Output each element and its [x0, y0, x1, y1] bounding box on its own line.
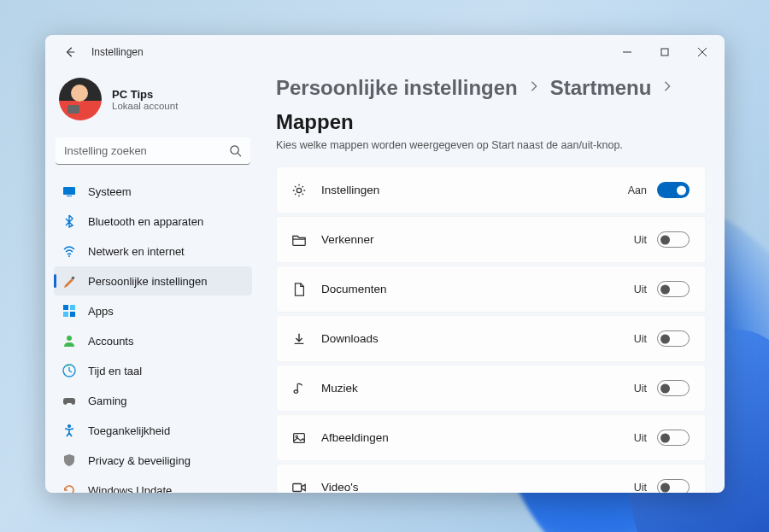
svg-point-4	[231, 146, 238, 154]
svg-rect-13	[70, 312, 75, 317]
toggle-state-label: Uit	[634, 432, 647, 444]
maximize-button[interactable]	[646, 39, 684, 65]
accounts-icon	[62, 334, 76, 348]
folder-label: Video's	[321, 481, 634, 493]
settings-window: Instellingen PC Tips Lokaal account Syst…	[45, 35, 725, 493]
sidebar-item-label: Accounts	[88, 335, 133, 348]
folder-label: Instellingen	[321, 184, 628, 196]
sidebar-item-label: Apps	[88, 305, 114, 318]
window-title: Instellingen	[91, 46, 144, 58]
time-icon	[62, 364, 76, 377]
folder-row-explorer: VerkennerUit	[276, 216, 706, 263]
search-box	[56, 137, 250, 165]
sidebar-item-accounts[interactable]: Accounts	[54, 326, 252, 355]
main-content: Persoonlijke instellingen Startmenu Mapp…	[261, 69, 725, 493]
chevron-right-icon	[528, 80, 540, 96]
svg-point-17	[296, 188, 301, 192]
sidebar-item-network[interactable]: Netwerk en internet	[54, 237, 252, 266]
folder-row-pictures: AfbeeldingenUit	[276, 414, 706, 461]
breadcrumb-personalization[interactable]: Persoonlijke instellingen	[276, 76, 518, 100]
accessibility-icon	[62, 424, 76, 437]
folder-row-music: MuziekUit	[276, 365, 706, 412]
toggle-state-label: Uit	[634, 482, 647, 494]
folder-list: InstellingenAanVerkennerUitDocumentenUit…	[276, 167, 706, 493]
svg-rect-10	[63, 305, 68, 310]
folder-row-documents: DocumentenUit	[276, 266, 706, 313]
toggle-settings[interactable]	[657, 182, 690, 198]
back-button[interactable]	[57, 39, 83, 65]
minimize-button[interactable]	[608, 39, 646, 65]
sidebar-item-label: Persoonlijke instellingen	[88, 275, 207, 288]
nav-list: SysteemBluetooth en apparatenNetwerk en …	[54, 177, 252, 493]
svg-rect-12	[63, 312, 68, 317]
svg-point-8	[68, 255, 70, 257]
system-icon	[62, 184, 76, 198]
folder-row-videos: Video'sUit	[276, 464, 706, 493]
videos-icon	[291, 479, 308, 494]
toggle-videos[interactable]	[657, 479, 690, 493]
sidebar-item-label: Tijd en taal	[88, 365, 142, 377]
sidebar-item-personalization[interactable]: Persoonlijke instellingen	[54, 266, 252, 295]
apps-icon	[62, 304, 76, 318]
sidebar-item-label: Privacy & beveiliging	[88, 454, 191, 467]
sidebar-item-update[interactable]: Windows Update	[54, 476, 252, 493]
maximize-icon	[660, 48, 669, 56]
sidebar-item-label: Bluetooth en apparaten	[88, 215, 203, 228]
svg-line-5	[238, 153, 241, 156]
svg-rect-1	[661, 49, 668, 56]
bluetooth-icon	[62, 214, 76, 228]
back-arrow-icon	[64, 46, 76, 58]
svg-rect-7	[67, 196, 72, 196]
close-button[interactable]	[684, 39, 721, 65]
documents-icon	[291, 281, 308, 298]
toggle-documents[interactable]	[657, 281, 690, 297]
toggle-explorer[interactable]	[657, 231, 690, 248]
sidebar-item-label: Netwerk en internet	[88, 245, 185, 258]
settings-icon	[291, 182, 308, 199]
close-icon	[698, 48, 707, 56]
folder-row-settings: InstellingenAan	[276, 167, 706, 213]
svg-rect-20	[294, 433, 305, 442]
explorer-icon	[291, 231, 308, 248]
folder-label: Afbeeldingen	[321, 431, 634, 444]
toggle-state-label: Uit	[634, 234, 647, 246]
sidebar-item-apps[interactable]: Apps	[54, 296, 252, 325]
music-icon	[291, 380, 308, 397]
toggle-downloads[interactable]	[657, 330, 690, 347]
sidebar-item-privacy[interactable]: Privacy & beveiliging	[54, 446, 252, 475]
gaming-icon	[62, 394, 76, 407]
sidebar-item-accessibility[interactable]: Toegankelijkheid	[54, 416, 252, 445]
search-input[interactable]	[56, 137, 250, 165]
svg-rect-11	[70, 305, 75, 310]
toggle-state-label: Uit	[634, 284, 647, 295]
network-icon	[62, 244, 76, 258]
profile-block[interactable]: PC Tips Lokaal account	[54, 69, 252, 136]
avatar	[59, 78, 102, 120]
toggle-music[interactable]	[657, 380, 690, 396]
breadcrumb-current: Mappen	[276, 110, 354, 134]
toggle-state-label: Uit	[634, 383, 647, 395]
profile-name: PC Tips	[112, 88, 178, 101]
svg-rect-6	[63, 187, 75, 195]
toggle-state-label: Aan	[628, 184, 647, 196]
folder-row-downloads: DownloadsUit	[276, 315, 706, 362]
downloads-icon	[291, 330, 308, 348]
sidebar-item-system[interactable]: Systeem	[54, 177, 252, 206]
update-icon	[62, 483, 76, 493]
sidebar-item-gaming[interactable]: Gaming	[54, 386, 252, 415]
search-icon	[229, 144, 242, 157]
minimize-icon	[623, 48, 631, 56]
folder-label: Downloads	[321, 332, 634, 345]
sidebar-item-bluetooth[interactable]: Bluetooth en apparaten	[54, 207, 252, 236]
privacy-icon	[62, 453, 76, 467]
breadcrumb-startmenu[interactable]: Startmenu	[550, 76, 652, 100]
titlebar: Instellingen	[45, 35, 725, 69]
sidebar-item-time[interactable]: Tijd en taal	[54, 356, 252, 385]
sidebar-item-label: Windows Update	[88, 484, 172, 494]
folder-label: Verkenner	[321, 233, 634, 246]
toggle-pictures[interactable]	[657, 430, 690, 446]
sidebar-item-label: Gaming	[88, 395, 127, 407]
sidebar: PC Tips Lokaal account SysteemBluetooth …	[45, 69, 261, 493]
sidebar-item-label: Systeem	[88, 185, 132, 198]
personalization-icon	[62, 274, 76, 288]
